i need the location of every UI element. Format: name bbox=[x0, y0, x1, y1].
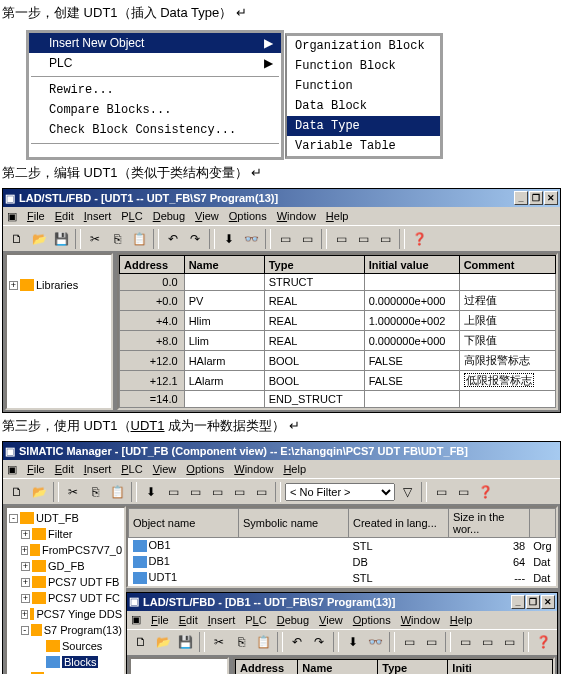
menu-file[interactable]: File bbox=[27, 210, 45, 222]
chevron-right-icon: ▶ bbox=[264, 36, 273, 50]
udt-grid[interactable]: Address Name Type Initial value Comment … bbox=[119, 255, 556, 408]
menu-debug[interactable]: Debug bbox=[153, 210, 185, 222]
menu-insert-new[interactable]: Insert New Object▶ bbox=[29, 33, 281, 53]
menu-window[interactable]: Window bbox=[234, 463, 273, 475]
toolbar: 🗋 📂 💾 ✂ ⎘ 📋 ↶ ↷ ⬇ 👓 ▭ ▭ ▭ ▭ ▭ ❓ bbox=[3, 225, 560, 251]
tool-icon[interactable]: ▭ bbox=[251, 482, 271, 502]
mgr-title: SIMATIC Manager - [UDT_FB (Component vie… bbox=[19, 445, 468, 457]
menu-check[interactable]: Check Block Consistency... bbox=[29, 120, 281, 140]
menu-file[interactable]: File bbox=[27, 463, 45, 475]
download-icon[interactable]: ⬇ bbox=[219, 229, 239, 249]
copy-icon[interactable]: ⎘ bbox=[107, 229, 127, 249]
open-icon[interactable]: 📂 bbox=[29, 482, 49, 502]
menu-insert[interactable]: Insert bbox=[84, 463, 112, 475]
cut-icon[interactable]: ✂ bbox=[209, 632, 229, 652]
app-icon: ▣ bbox=[5, 192, 15, 205]
monitor-icon[interactable]: 👓 bbox=[365, 632, 385, 652]
object-list[interactable]: Object name Symbolic name Created in lan… bbox=[126, 506, 558, 588]
undo-icon[interactable]: ↶ bbox=[163, 229, 183, 249]
undo-icon[interactable]: ↶ bbox=[287, 632, 307, 652]
help-icon[interactable]: ❓ bbox=[475, 482, 495, 502]
tree-libraries[interactable]: + Libraries bbox=[9, 277, 109, 293]
db-grid[interactable]: Address Name Type Initi 0.0STRUCT +0.0AI… bbox=[235, 659, 553, 675]
col-type[interactable]: Type bbox=[264, 256, 364, 274]
col-name[interactable]: Name bbox=[184, 256, 264, 274]
filter-select[interactable]: < No Filter > bbox=[285, 483, 395, 501]
cut-icon[interactable]: ✂ bbox=[85, 229, 105, 249]
whats-this-icon[interactable]: ❓ bbox=[409, 229, 429, 249]
menu-edit[interactable]: Edit bbox=[55, 210, 74, 222]
menu-edit[interactable]: Edit bbox=[55, 463, 74, 475]
help-icon[interactable]: ❓ bbox=[533, 632, 553, 652]
open-icon[interactable]: 📂 bbox=[153, 632, 173, 652]
sub-function[interactable]: Function bbox=[287, 76, 440, 96]
filter-icon[interactable]: ▽ bbox=[397, 482, 417, 502]
expand-icon[interactable]: + bbox=[9, 281, 18, 290]
col-init[interactable]: Initial value bbox=[364, 256, 459, 274]
step3-title: 第三步，使用 UDT1（UDT1 成为一种数据类型） ↵ bbox=[0, 413, 563, 439]
redo-icon[interactable]: ↷ bbox=[185, 229, 205, 249]
col-address[interactable]: Address bbox=[120, 256, 185, 274]
tool-icon[interactable]: ▭ bbox=[297, 229, 317, 249]
tool-icon[interactable]: ▭ bbox=[229, 482, 249, 502]
paste-icon[interactable]: 📋 bbox=[253, 632, 273, 652]
new-icon[interactable]: 🗋 bbox=[7, 229, 27, 249]
menu-plc[interactable]: PLC bbox=[121, 463, 142, 475]
cut-icon[interactable]: ✂ bbox=[63, 482, 83, 502]
editor-window: ▣ LAD/STL/FBD - [UDT1 -- UDT_FB\S7 Progr… bbox=[2, 188, 561, 413]
copy-icon[interactable]: ⎘ bbox=[85, 482, 105, 502]
menu-help[interactable]: Help bbox=[326, 210, 349, 222]
app-menu-icon[interactable]: ▣ bbox=[7, 210, 17, 223]
project-tree[interactable]: -UDT_FB +Filter +FromPCS7V7_0 +GD_FB +PC… bbox=[5, 506, 126, 674]
sub-var-table[interactable]: Variable Table bbox=[287, 136, 440, 156]
menu-plc[interactable]: PLC▶ bbox=[29, 53, 281, 73]
monitor-icon[interactable]: 👓 bbox=[241, 229, 261, 249]
close-button[interactable]: ✕ bbox=[544, 191, 558, 205]
submenu-insert-new: Organization Block Function Block Functi… bbox=[285, 33, 443, 159]
open-icon[interactable]: 📂 bbox=[29, 229, 49, 249]
save-icon[interactable]: 💾 bbox=[51, 229, 71, 249]
tool-icon[interactable]: ▭ bbox=[353, 229, 373, 249]
app-menu-icon[interactable]: ▣ bbox=[7, 463, 17, 476]
sub-data-block[interactable]: Data Block bbox=[287, 96, 440, 116]
download-icon[interactable]: ⬇ bbox=[141, 482, 161, 502]
inner-menubar: ▣ File Edit Insert PLC Debug View Option… bbox=[127, 611, 557, 629]
save-icon[interactable]: 💾 bbox=[175, 632, 195, 652]
maximize-button[interactable]: ❐ bbox=[526, 595, 540, 609]
download-icon[interactable]: ⬇ bbox=[343, 632, 363, 652]
menu-window[interactable]: Window bbox=[277, 210, 316, 222]
menu-rewire[interactable]: Rewire... bbox=[29, 80, 281, 100]
menu-options[interactable]: Options bbox=[186, 463, 224, 475]
tool-icon[interactable]: ▭ bbox=[275, 229, 295, 249]
tool-icon[interactable]: ▭ bbox=[207, 482, 227, 502]
paste-icon[interactable]: 📋 bbox=[129, 229, 149, 249]
new-icon[interactable]: 🗋 bbox=[131, 632, 151, 652]
menu-view[interactable]: View bbox=[153, 463, 177, 475]
menu-view[interactable]: View bbox=[195, 210, 219, 222]
minimize-button[interactable]: _ bbox=[514, 191, 528, 205]
tool-icon[interactable]: ▭ bbox=[453, 482, 473, 502]
sub-org-block[interactable]: Organization Block bbox=[287, 36, 440, 56]
menu-compare[interactable]: Compare Blocks... bbox=[29, 100, 281, 120]
new-icon[interactable]: 🗋 bbox=[7, 482, 27, 502]
sub-func-block[interactable]: Function Block bbox=[287, 56, 440, 76]
tool-icon[interactable]: ▭ bbox=[431, 482, 451, 502]
minimize-button[interactable]: _ bbox=[511, 595, 525, 609]
tool-icon[interactable]: ▭ bbox=[331, 229, 351, 249]
app-menu-icon[interactable]: ▣ bbox=[131, 613, 141, 626]
sub-data-type[interactable]: Data Type bbox=[287, 116, 440, 136]
menu-plc[interactable]: PLC bbox=[121, 210, 142, 222]
menu-insert[interactable]: Insert bbox=[84, 210, 112, 222]
col-comment[interactable]: Comment bbox=[459, 256, 555, 274]
close-button[interactable]: ✕ bbox=[541, 595, 555, 609]
paste-icon[interactable]: 📋 bbox=[107, 482, 127, 502]
tool-icon[interactable]: ▭ bbox=[375, 229, 395, 249]
menu-help[interactable]: Help bbox=[283, 463, 306, 475]
copy-icon[interactable]: ⎘ bbox=[231, 632, 251, 652]
menu-options[interactable]: Options bbox=[229, 210, 267, 222]
tool-icon[interactable]: ▭ bbox=[163, 482, 183, 502]
inner-tree: +Libraries bbox=[129, 657, 229, 675]
tool-icon[interactable]: ▭ bbox=[185, 482, 205, 502]
redo-icon[interactable]: ↷ bbox=[309, 632, 329, 652]
maximize-button[interactable]: ❐ bbox=[529, 191, 543, 205]
